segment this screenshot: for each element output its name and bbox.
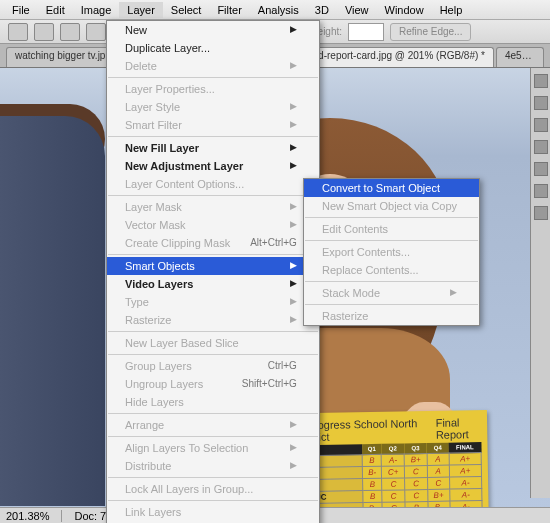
layer-menu-new[interactable]: New▶ <box>107 21 319 39</box>
card-grade: B <box>363 490 382 502</box>
menu-separator <box>108 477 318 478</box>
card-grade: A <box>427 465 449 477</box>
height-input[interactable] <box>348 23 384 41</box>
menu-filter[interactable]: Filter <box>209 2 249 18</box>
submenu-via-copy[interactable]: New Smart Object via Copy <box>304 197 479 215</box>
card-grade: A- <box>450 489 482 502</box>
card-grade: A <box>427 453 449 465</box>
selection-type-icon[interactable] <box>34 23 54 41</box>
menu-view[interactable]: View <box>337 2 377 18</box>
card-grade: A- <box>449 477 481 490</box>
selection-sub-icon[interactable] <box>86 23 106 41</box>
card-grade: B <box>362 454 381 466</box>
card-col-q3: Q3 <box>404 443 426 454</box>
menu-help[interactable]: Help <box>432 2 471 18</box>
menu-layer[interactable]: Layer <box>119 2 163 18</box>
submenu-convert[interactable]: Convert to Smart Object <box>304 179 479 197</box>
palette-icon-5[interactable] <box>534 162 548 176</box>
layer-menu-smart-objects[interactable]: Smart Objects▶ <box>107 257 319 275</box>
card-grade: C+ <box>382 466 405 478</box>
card-title: Final Report <box>436 416 482 441</box>
card-grade: C <box>427 477 449 489</box>
layer-menu-new-fill[interactable]: New Fill Layer▶ <box>107 139 319 157</box>
layer-menu-lock-all[interactable]: Lock All Layers in Group... <box>107 480 319 498</box>
card-col-final: FINAL <box>449 442 481 453</box>
card-grade: C <box>405 490 427 502</box>
palette-icon-2[interactable] <box>534 96 548 110</box>
layer-menu-vector-mask[interactable]: Vector Mask▶ <box>107 216 319 234</box>
refine-edge-button[interactable]: Refine Edge... <box>390 23 471 41</box>
palette-icon-1[interactable] <box>534 74 548 88</box>
menu-image[interactable]: Image <box>73 2 120 18</box>
submenu-export[interactable]: Export Contents... <box>304 243 479 261</box>
layer-menu-distribute[interactable]: Distribute▶ <box>107 457 319 475</box>
status-zoom[interactable]: 201.38% <box>6 510 49 522</box>
right-palette <box>530 68 550 498</box>
layer-menu-smart-filter[interactable]: Smart Filter▶ <box>107 116 319 134</box>
menu-edit[interactable]: Edit <box>38 2 73 18</box>
card-grade: B- <box>362 466 381 478</box>
card-grade: C <box>405 466 427 478</box>
menu-file[interactable]: File <box>4 2 38 18</box>
menu-separator <box>108 331 318 332</box>
menu-separator <box>108 436 318 437</box>
menu-separator <box>305 304 478 305</box>
menu-3d[interactable]: 3D <box>307 2 337 18</box>
layer-menu-align[interactable]: Align Layers To Selection▶ <box>107 439 319 457</box>
menu-separator <box>108 500 318 501</box>
card-grade: C <box>382 490 405 502</box>
menu-separator <box>305 240 478 241</box>
layer-menu-video-layers[interactable]: Video Layers▶ <box>107 275 319 293</box>
menubar: File Edit Image Layer Select Filter Anal… <box>0 0 550 20</box>
layer-menu-type[interactable]: Type▶ <box>107 293 319 311</box>
card-col-q2: Q2 <box>381 443 404 454</box>
smart-objects-submenu: Convert to Smart Object New Smart Object… <box>303 178 480 326</box>
palette-icon-3[interactable] <box>534 118 548 132</box>
layer-menu-group[interactable]: Group LayersCtrl+G <box>107 357 319 375</box>
layer-menu-content-opts[interactable]: Layer Content Options... <box>107 175 319 193</box>
menu-select[interactable]: Select <box>163 2 210 18</box>
layer-menu-duplicate[interactable]: Duplicate Layer... <box>107 39 319 57</box>
menu-separator <box>305 217 478 218</box>
card-grade: C <box>405 478 427 490</box>
menu-window[interactable]: Window <box>377 2 432 18</box>
layer-menu-layer-slice[interactable]: New Layer Based Slice <box>107 334 319 352</box>
layer-menu-style[interactable]: Layer Style▶ <box>107 98 319 116</box>
menu-separator <box>108 413 318 414</box>
card-grade: B+ <box>404 454 426 466</box>
layer-menu-ungroup[interactable]: Ungroup LayersShift+Ctrl+G <box>107 375 319 393</box>
palette-icon-4[interactable] <box>534 140 548 154</box>
card-grade: A+ <box>449 465 481 478</box>
crop-tool-icon[interactable] <box>8 23 28 41</box>
tab-inactive-2[interactable]: 4e54... <box>496 47 544 67</box>
menu-analysis[interactable]: Analysis <box>250 2 307 18</box>
submenu-edit-contents[interactable]: Edit Contents <box>304 220 479 238</box>
layer-menu-delete[interactable]: Delete▶ <box>107 57 319 75</box>
card-grade: C <box>382 478 405 490</box>
layer-menu-new-adj[interactable]: New Adjustment Layer▶ <box>107 157 319 175</box>
menu-separator <box>108 354 318 355</box>
menu-separator <box>108 195 318 196</box>
submenu-stack-mode[interactable]: Stack Mode▶ <box>304 284 479 302</box>
menu-separator <box>108 136 318 137</box>
status-separator <box>61 510 62 522</box>
submenu-replace[interactable]: Replace Contents... <box>304 261 479 279</box>
photo-bystander <box>0 116 105 506</box>
layer-menu-rasterize[interactable]: Rasterize▶ <box>107 311 319 329</box>
menu-separator <box>108 254 318 255</box>
layer-menu-layer-mask[interactable]: Layer Mask▶ <box>107 198 319 216</box>
layer-menu-link[interactable]: Link Layers <box>107 503 319 521</box>
palette-icon-7[interactable] <box>534 206 548 220</box>
menu-separator <box>305 281 478 282</box>
menu-separator <box>108 77 318 78</box>
card-col-q4: Q4 <box>426 443 448 454</box>
selection-add-icon[interactable] <box>60 23 80 41</box>
card-grade: A- <box>381 454 404 466</box>
layer-menu-hide[interactable]: Hide Layers <box>107 393 319 411</box>
card-grade: A+ <box>449 453 481 466</box>
layer-menu-arrange[interactable]: Arrange▶ <box>107 416 319 434</box>
submenu-rasterize[interactable]: Rasterize <box>304 307 479 325</box>
palette-icon-6[interactable] <box>534 184 548 198</box>
layer-menu-properties[interactable]: Layer Properties... <box>107 80 319 98</box>
layer-menu-clip-mask[interactable]: Create Clipping MaskAlt+Ctrl+G <box>107 234 319 252</box>
